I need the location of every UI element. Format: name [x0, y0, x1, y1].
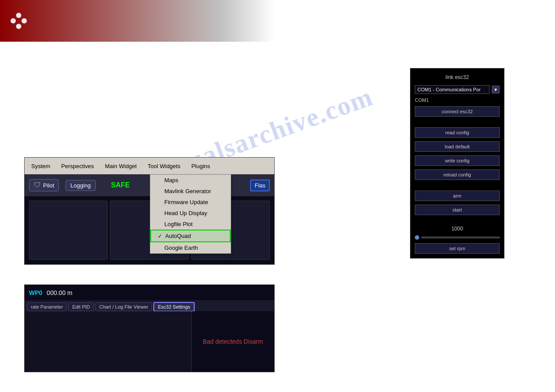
menu-bar: System Perspectives Main Widget Tool Wid… [25, 158, 274, 174]
menu-system[interactable]: System [27, 161, 54, 171]
dropdown-maps[interactable]: Maps [150, 175, 231, 186]
svg-point-0 [16, 13, 22, 18]
load-default-button[interactable]: load default [415, 141, 500, 152]
autoquad-checkmark: ✓ [158, 233, 163, 239]
menu-perspectives[interactable]: Perspectives [57, 161, 98, 171]
svg-point-2 [11, 18, 16, 24]
rpm-slider-handle[interactable] [415, 235, 419, 240]
read-config-button[interactable]: read config [415, 127, 500, 138]
svg-point-3 [22, 18, 27, 24]
pilot-button[interactable]: 🛡 Pilot [29, 179, 59, 191]
dropdown-google-earth[interactable]: Google Earth [150, 242, 231, 253]
com-label: COM1 [415, 97, 500, 103]
dropdown-autoquad[interactable]: ✓ AutoQuad [150, 230, 231, 242]
pilot-bar: 🛡 Pilot Logging SAFE Flas [25, 174, 274, 196]
bottom-left-panel [25, 311, 192, 372]
arm-button[interactable]: arm [415, 191, 500, 201]
dropdown-firmware-update[interactable]: Firmware Update [150, 197, 231, 208]
logging-button[interactable]: Logging [65, 180, 95, 191]
bottom-screenshot: WP0 000.00 m rate Parameter Edit PID Cha… [24, 284, 275, 372]
bottom-right-panel: Bad detecteds Disarm [192, 311, 274, 372]
dropdown-head-up-display[interactable]: Head Up Display [150, 208, 231, 219]
rpm-value-display: 1000 [415, 226, 500, 232]
com-select-display: COM1 - Communications Por [415, 85, 490, 94]
bottom-content-area: Bad detecteds Disarm [25, 311, 274, 372]
safe-status: SAFE [111, 181, 130, 189]
wpo-distance: 000.00 m [44, 287, 74, 298]
tab-rate-parameter[interactable]: rate Parameter [27, 302, 67, 311]
app-logo [9, 11, 29, 31]
svg-point-1 [16, 24, 22, 29]
dark-content-area [25, 196, 274, 264]
right-panel-esc32: link esc32 COM1 - Communications Por ▼ C… [410, 68, 504, 259]
flash-button[interactable]: Flas [250, 180, 270, 191]
shield-icon: 🛡 [34, 181, 41, 189]
reload-config-button[interactable]: reload config [415, 169, 500, 180]
tab-esc32-settings[interactable]: Esc32 Settings [153, 302, 194, 312]
start-button[interactable]: start [415, 205, 500, 215]
write-config-button[interactable]: write config [415, 155, 500, 166]
rpm-slider-track[interactable] [421, 237, 500, 238]
wpo-label: WP0 [27, 287, 44, 298]
menu-tool-widgets[interactable]: Tool Widgets [143, 161, 185, 171]
tab-edit-pid[interactable]: Edit PID [68, 302, 94, 311]
tab-chart-log[interactable]: Chart / Log File Viewer [95, 302, 152, 311]
com-dropdown-arrow[interactable]: ▼ [492, 86, 500, 94]
com-select-row: COM1 - Communications Por ▼ [415, 85, 500, 94]
panel-title: link esc32 [415, 73, 500, 82]
dropdown-logfile-plot[interactable]: Logfile Plot [150, 219, 231, 230]
connect-esc32-button[interactable]: connect esc32 [415, 106, 500, 117]
top-screenshot: System Perspectives Main Widget Tool Wid… [24, 157, 275, 265]
menu-main-widget[interactable]: Main Widget [101, 161, 141, 171]
menu-plugins[interactable]: Plugins [187, 161, 214, 171]
dark-block-1 [29, 201, 108, 260]
bad-detected-label: Bad detecteds Disarm [203, 338, 263, 345]
dropdown-mavlink-gen[interactable]: Mavlink Generator [150, 186, 231, 197]
rpm-slider-container [415, 235, 500, 240]
set-rpm-button[interactable]: set rpm [415, 243, 500, 254]
main-widget-dropdown: Maps Mavlink Generator Firmware Update H… [150, 174, 231, 254]
header-bar [0, 0, 275, 42]
